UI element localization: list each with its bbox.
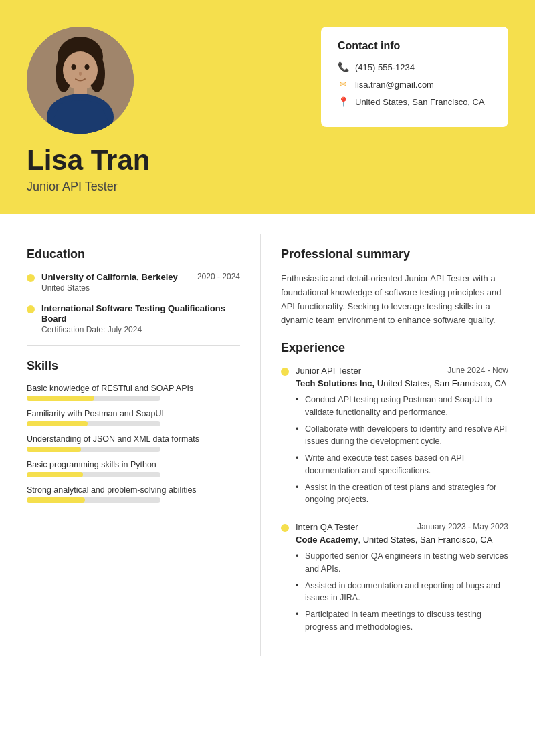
skill-bar-bg-3 xyxy=(27,472,160,477)
name-section: Lisa Tran Junior API Tester xyxy=(27,145,150,194)
skill-bar-bg-1 xyxy=(27,421,160,426)
edu-header-0: University of California, Berkeley 2020 … xyxy=(41,272,240,282)
svg-point-6 xyxy=(72,64,76,70)
exp-bullet: Collaborate with developers to identify … xyxy=(296,423,508,449)
skill-bar-fill-0 xyxy=(27,396,94,401)
exp-bullet: Assist in the creation of test plans and… xyxy=(296,481,508,507)
edu-content-1: International Software Testing Qualifica… xyxy=(41,303,240,334)
skills-section: Skills Basic knowledge of RESTful and SO… xyxy=(27,359,240,503)
skills-title: Skills xyxy=(27,359,240,373)
person-name: Lisa Tran xyxy=(27,145,150,176)
exp-bullet: Participated in team meetings to discuss… xyxy=(296,608,508,634)
skill-bar-fill-2 xyxy=(27,447,81,452)
exp-item-1: Intern QA Tester January 2023 - May 2023… xyxy=(281,522,508,634)
exp-bullets-1: Supported senior QA engineers in testing… xyxy=(296,550,508,634)
skill-bar-bg-4 xyxy=(27,497,160,503)
svg-point-8 xyxy=(79,72,82,76)
exp-header-1: Intern QA Tester January 2023 - May 2023 xyxy=(281,522,508,532)
edu-dot-1 xyxy=(27,305,35,313)
edu-cert-1: Certification Date: July 2024 xyxy=(41,325,240,334)
edu-name-0: University of California, Berkeley xyxy=(41,272,178,282)
skill-item-3: Basic programming skills in Python xyxy=(27,460,240,477)
person-title: Junior API Tester xyxy=(27,180,150,194)
resume-container: Contact info 📞 (415) 555-1234 ✉ lisa.tra… xyxy=(0,0,535,756)
avatar-container xyxy=(27,20,134,134)
edu-dot-0 xyxy=(27,274,35,282)
exp-title-row-1: Intern QA Tester January 2023 - May 2023 xyxy=(296,522,508,532)
contact-title: Contact info xyxy=(338,40,492,52)
summary-title: Professional summary xyxy=(281,247,508,261)
skill-bar-fill-3 xyxy=(27,472,83,477)
exp-header-0: Junior API Tester June 2024 - Now xyxy=(281,366,508,376)
left-column: Education University of California, Berk… xyxy=(0,234,261,656)
location-item: 📍 United States, San Francisco, CA xyxy=(338,96,492,107)
svg-point-7 xyxy=(85,64,90,70)
avatar xyxy=(27,27,134,134)
skill-bar-bg-2 xyxy=(27,447,160,452)
contact-card: Contact info 📞 (415) 555-1234 ✉ lisa.tra… xyxy=(321,27,508,127)
skill-bar-bg-0 xyxy=(27,396,160,401)
exp-dot-0 xyxy=(281,368,289,376)
exp-item-0: Junior API Tester June 2024 - Now Tech S… xyxy=(281,366,508,506)
edu-content-0: University of California, Berkeley 2020 … xyxy=(41,272,240,293)
edu-item-1: International Software Testing Qualifica… xyxy=(27,303,240,334)
edu-sub-0: United States xyxy=(41,283,240,293)
exp-title-row-0: Junior API Tester June 2024 - Now xyxy=(296,366,508,376)
exp-dot-1 xyxy=(281,524,289,532)
exp-date-0: June 2024 - Now xyxy=(447,366,508,375)
exp-job-title-0: Junior API Tester xyxy=(296,366,361,376)
email-item: ✉ lisa.tran@gmail.com xyxy=(338,79,492,90)
location-icon: 📍 xyxy=(338,96,348,107)
skill-bar-fill-1 xyxy=(27,421,88,426)
skills-list: Basic knowledge of RESTful and SOAP APIs… xyxy=(27,384,240,503)
skill-label-4: Strong analytical and problem-solving ab… xyxy=(27,485,240,495)
skill-bar-fill-4 xyxy=(27,497,85,503)
phone-value: (415) 555-1234 xyxy=(355,62,415,72)
exp-bullet: Conduct API testing using Postman and So… xyxy=(296,394,508,419)
exp-bullet: Supported senior QA engineers in testing… xyxy=(296,550,508,576)
skill-label-1: Familiarity with Postman and SoapUI xyxy=(27,409,240,418)
location-value: United States, San Francisco, CA xyxy=(355,97,485,107)
experience-title: Experience xyxy=(281,341,508,355)
exp-company-1: Code Academy, United States, San Francis… xyxy=(296,535,508,545)
body-section: Education University of California, Berk… xyxy=(0,214,535,676)
education-title: Education xyxy=(27,247,240,261)
edu-divider xyxy=(27,345,240,346)
exp-company-0: Tech Solutions Inc, United States, San F… xyxy=(296,378,508,388)
edu-item-0: University of California, Berkeley 2020 … xyxy=(27,272,240,293)
exp-bullet: Write and execute test cases based on AP… xyxy=(296,452,508,477)
skill-label-3: Basic programming skills in Python xyxy=(27,460,240,469)
exp-date-1: January 2023 - May 2023 xyxy=(417,522,508,531)
exp-job-title-1: Intern QA Tester xyxy=(296,522,358,532)
right-column: Professional summary Enthusiastic and de… xyxy=(261,234,535,656)
edu-date-0: 2020 - 2024 xyxy=(197,272,240,281)
skill-item-1: Familiarity with Postman and SoapUI xyxy=(27,409,240,426)
header-right: Contact info 📞 (415) 555-1234 ✉ lisa.tra… xyxy=(154,20,508,127)
phone-icon: 📞 xyxy=(338,61,348,72)
svg-point-5 xyxy=(63,51,98,89)
exp-bullets-0: Conduct API testing using Postman and So… xyxy=(296,394,508,506)
summary-text: Enthusiastic and detail-oriented Junior … xyxy=(281,272,508,328)
edu-name-1: International Software Testing Qualifica… xyxy=(41,303,240,324)
exp-bullet: Assisted in documentation and reporting … xyxy=(296,580,508,605)
skill-item-4: Strong analytical and problem-solving ab… xyxy=(27,485,240,503)
experience-list: Junior API Tester June 2024 - Now Tech S… xyxy=(281,366,508,634)
header-section: Contact info 📞 (415) 555-1234 ✉ lisa.tra… xyxy=(0,0,535,214)
phone-item: 📞 (415) 555-1234 xyxy=(338,61,492,72)
skill-item-2: Understanding of JSON and XML data forma… xyxy=(27,434,240,452)
email-icon: ✉ xyxy=(338,79,348,90)
skill-item-0: Basic knowledge of RESTful and SOAP APIs xyxy=(27,384,240,401)
email-value: lisa.tran@gmail.com xyxy=(355,80,434,90)
skill-label-2: Understanding of JSON and XML data forma… xyxy=(27,434,240,444)
skill-label-0: Basic knowledge of RESTful and SOAP APIs xyxy=(27,384,240,393)
